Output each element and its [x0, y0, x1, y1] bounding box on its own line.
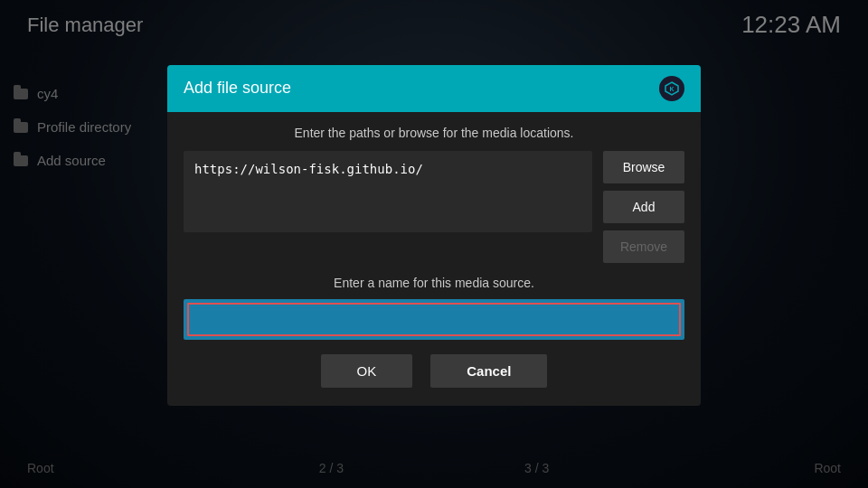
modal-overlay: Add file source K Enter the paths or bro… — [0, 0, 868, 488]
path-buttons: Browse Add Remove — [603, 151, 684, 263]
name-label: Enter a name for this media source. — [184, 276, 684, 290]
path-input[interactable]: https://wilson-fisk.github.io/ — [184, 151, 592, 232]
add-button[interactable]: Add — [603, 191, 684, 223]
dialog-actions: OK Cancel — [184, 354, 684, 388]
cancel-button[interactable]: Cancel — [430, 354, 547, 388]
kodi-logo-icon: K — [659, 76, 684, 101]
path-row: https://wilson-fisk.github.io/ Browse Ad… — [184, 151, 684, 263]
name-input-wrapper — [184, 299, 684, 340]
ok-button[interactable]: OK — [321, 354, 413, 388]
dialog-header: Add file source K — [167, 65, 701, 112]
remove-button[interactable]: Remove — [603, 230, 684, 263]
dialog-instruction: Enter the paths or browse for the media … — [184, 126, 684, 140]
dialog-title: Add file source — [184, 79, 291, 98]
svg-text:K: K — [669, 86, 674, 92]
name-input[interactable] — [187, 303, 681, 336]
dialog-body: Enter the paths or browse for the media … — [167, 112, 701, 406]
browse-button[interactable]: Browse — [603, 151, 684, 183]
add-file-source-dialog: Add file source K Enter the paths or bro… — [167, 65, 701, 406]
